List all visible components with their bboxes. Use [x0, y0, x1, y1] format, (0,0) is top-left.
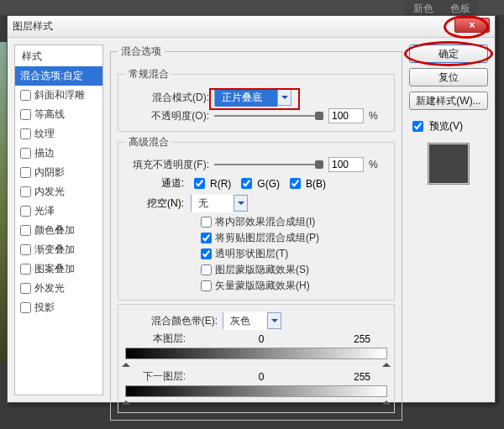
style-item-checkbox[interactable] — [20, 148, 31, 159]
style-item-label: 斜面和浮雕 — [34, 88, 85, 102]
bg-tab-swatches[interactable]: 色板 — [442, 0, 479, 15]
style-item-label: 图案叠加 — [34, 262, 75, 276]
knockout-value: 无 — [192, 195, 234, 212]
style-item-checkbox[interactable] — [20, 244, 31, 255]
preview-swatch — [428, 143, 470, 185]
style-item-checkbox[interactable] — [20, 128, 31, 139]
blendif-value: 灰色 — [223, 312, 267, 330]
style-item-checkbox[interactable] — [20, 109, 31, 120]
channel-g[interactable]: G(G) — [238, 175, 280, 191]
general-blend-group: 常规混合 混合模式(D): 正片叠底 不透明度(O): — [118, 67, 395, 132]
chevron-down-icon — [234, 196, 247, 211]
adv-option-label: 将内部效果混合成组(I) — [215, 215, 315, 229]
this-layer-label: 本图层: — [125, 332, 186, 346]
blendif-label: 混合颜色带(E): — [125, 314, 218, 328]
preview-label: 预览(V) — [429, 119, 463, 133]
style-item[interactable]: 图案叠加 — [15, 259, 102, 279]
this-layer-min: 0 — [186, 333, 337, 345]
under-layer-gradient[interactable] — [125, 385, 387, 397]
style-item-checkbox[interactable] — [20, 206, 31, 217]
blend-options-legend: 混合选项 — [118, 44, 165, 59]
style-item[interactable]: 内阴影 — [15, 163, 102, 182]
style-item-checkbox[interactable] — [20, 90, 31, 101]
style-item[interactable]: 渐变叠加 — [15, 240, 102, 259]
under-layer-min: 0 — [186, 371, 337, 383]
adv-option-checkbox[interactable] — [201, 217, 212, 228]
style-item-label: 颜色叠加 — [34, 223, 75, 238]
opacity-label: 不透明度(O): — [125, 109, 209, 123]
chevron-down-icon — [267, 313, 281, 328]
channels-label: 通道: — [125, 176, 184, 191]
style-item-label: 描边 — [34, 146, 55, 160]
style-item[interactable]: 投影 — [15, 298, 102, 317]
cancel-button[interactable]: 复位 — [409, 68, 488, 86]
style-item-checkbox[interactable] — [20, 225, 31, 236]
adv-option-label: 将剪贴图层混合成组(P) — [215, 231, 319, 245]
titlebar: 图层样式 × — [8, 16, 495, 38]
annotation-ring-close — [444, 15, 489, 39]
style-item-checkbox[interactable] — [20, 302, 31, 313]
adv-option-checkbox[interactable] — [201, 249, 212, 259]
style-item[interactable]: 描边 — [15, 144, 102, 163]
dialog-title: 图层样式 — [13, 19, 53, 34]
knockout-label: 挖空(N): — [125, 196, 184, 211]
style-item-checkbox[interactable] — [20, 264, 31, 275]
adv-option[interactable]: 透明形状图层(T) — [201, 247, 387, 261]
adv-option-label: 矢量蒙版隐藏效果(H) — [215, 279, 310, 293]
under-layer-max: 255 — [337, 371, 387, 383]
style-item-label: 内发光 — [34, 185, 65, 199]
style-item[interactable]: 内发光 — [15, 182, 102, 201]
layer-style-dialog: 图层样式 × 样式 混合选项:自定 斜面和浮雕等高线纹理描边内阴影内发光光泽颜色… — [7, 15, 496, 403]
adv-option-label: 图层蒙版隐藏效果(S) — [215, 263, 309, 277]
adv-option[interactable]: 将内部效果混合成组(I) — [201, 215, 387, 229]
styles-header: 样式 — [15, 47, 102, 66]
style-item[interactable]: 等高线 — [15, 105, 102, 124]
adv-option-label: 透明形状图层(T) — [215, 247, 288, 261]
preview-checkbox[interactable] — [412, 121, 423, 132]
channel-b[interactable]: B(B) — [286, 175, 326, 191]
adv-option-checkbox[interactable] — [201, 280, 212, 291]
blend-mode-label: 混合模式(D): — [125, 91, 209, 105]
style-item-checkbox[interactable] — [20, 167, 31, 178]
blend-mode-combo[interactable]: 正片叠底 — [214, 89, 291, 106]
channel-r[interactable]: R(R) — [191, 175, 231, 191]
style-item[interactable]: 颜色叠加 — [15, 221, 102, 240]
adv-option[interactable]: 矢量蒙版隐藏效果(H) — [201, 279, 387, 293]
style-item-label: 外发光 — [34, 281, 65, 296]
style-item[interactable]: 外发光 — [15, 279, 102, 298]
styles-selected[interactable]: 混合选项:自定 — [15, 66, 102, 86]
blendif-combo[interactable]: 灰色 — [223, 312, 281, 329]
new-style-button[interactable]: 新建样式(W)... — [409, 92, 488, 110]
adv-option[interactable]: 图层蒙版隐藏效果(S) — [201, 263, 387, 277]
style-item-label: 等高线 — [34, 107, 65, 122]
fill-opacity-slider[interactable] — [214, 159, 323, 170]
style-item-label: 渐变叠加 — [34, 243, 75, 257]
close-button[interactable]: × — [454, 18, 490, 33]
bg-tab-newcolor[interactable]: 新色 — [405, 0, 442, 15]
blendif-group: 混合颜色带(E): 灰色 本图层: 0 255 — [118, 304, 395, 413]
style-item[interactable]: 斜面和浮雕 — [15, 86, 102, 105]
opacity-slider[interactable] — [214, 110, 323, 122]
ok-button[interactable]: 确定 — [409, 44, 488, 63]
fill-opacity-label: 填充不透明度(F): — [125, 158, 209, 172]
style-item[interactable]: 光泽 — [15, 201, 102, 221]
under-layer-label: 下一图层: — [125, 369, 186, 384]
adv-option[interactable]: 将剪贴图层混合成组(P) — [201, 231, 387, 245]
close-icon: × — [469, 19, 475, 31]
opacity-input[interactable] — [328, 108, 364, 123]
advanced-blend-group: 高级混合 填充不透明度(F): % 通道: R(R) G(G) B(B) — [118, 135, 395, 301]
style-item-checkbox[interactable] — [20, 186, 31, 197]
knockout-combo[interactable]: 无 — [191, 195, 248, 212]
styles-panel: 样式 混合选项:自定 斜面和浮雕等高线纹理描边内阴影内发光光泽颜色叠加渐变叠加图… — [14, 44, 103, 395]
blend-options-group: 混合选项 常规混合 混合模式(D): 正片叠底 不透明度(O): — [110, 44, 402, 421]
adv-option-checkbox[interactable] — [201, 233, 212, 243]
this-layer-gradient[interactable] — [125, 348, 387, 359]
general-blend-legend: 常规混合 — [125, 67, 172, 81]
style-item-checkbox[interactable] — [20, 283, 31, 294]
advanced-blend-legend: 高级混合 — [125, 135, 172, 149]
blend-mode-value: 正片叠底 — [215, 89, 277, 107]
fill-opacity-input[interactable] — [328, 157, 364, 172]
style-item[interactable]: 纹理 — [15, 124, 102, 144]
style-item-label: 光泽 — [34, 204, 55, 218]
adv-option-checkbox[interactable] — [201, 264, 212, 275]
